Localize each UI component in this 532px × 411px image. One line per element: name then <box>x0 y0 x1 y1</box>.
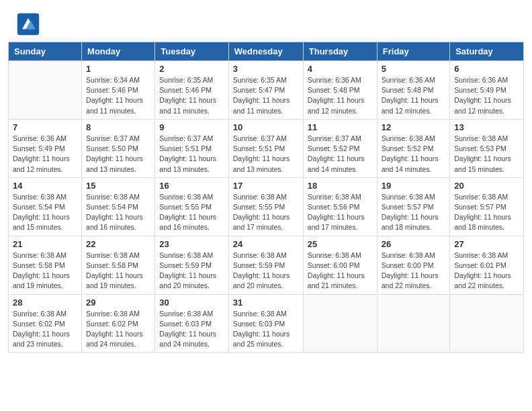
calendar-cell: 28Sunrise: 6:38 AMSunset: 6:02 PMDayligh… <box>9 294 82 353</box>
calendar-cell <box>9 61 82 120</box>
calendar-cell: 23Sunrise: 6:38 AMSunset: 5:59 PMDayligh… <box>155 236 228 294</box>
day-number: 1 <box>86 64 150 74</box>
day-info: Sunrise: 6:38 AMSunset: 6:02 PMDaylight:… <box>86 309 150 350</box>
day-number: 2 <box>159 64 224 74</box>
logo-icon <box>16 12 40 36</box>
day-info: Sunrise: 6:38 AMSunset: 6:03 PMDaylight:… <box>233 309 299 350</box>
calendar-cell: 9Sunrise: 6:37 AMSunset: 5:51 PMDaylight… <box>155 119 228 177</box>
day-info: Sunrise: 6:37 AMSunset: 5:52 PMDaylight:… <box>308 134 373 175</box>
calendar-cell: 31Sunrise: 6:38 AMSunset: 6:03 PMDayligh… <box>228 294 303 353</box>
calendar-cell: 10Sunrise: 6:37 AMSunset: 5:51 PMDayligh… <box>228 119 303 177</box>
calendar-cell: 4Sunrise: 6:36 AMSunset: 5:48 PMDaylight… <box>303 61 377 120</box>
day-number: 17 <box>233 181 299 191</box>
calendar-cell: 22Sunrise: 6:38 AMSunset: 5:58 PMDayligh… <box>82 236 155 294</box>
day-number: 11 <box>308 122 373 132</box>
day-number: 19 <box>382 181 445 191</box>
calendar-cell: 20Sunrise: 6:38 AMSunset: 5:57 PMDayligh… <box>450 177 524 236</box>
day-info: Sunrise: 6:36 AMSunset: 5:48 PMDaylight:… <box>308 75 373 116</box>
calendar-cell: 29Sunrise: 6:38 AMSunset: 6:02 PMDayligh… <box>82 294 155 353</box>
day-info: Sunrise: 6:35 AMSunset: 5:46 PMDaylight:… <box>159 75 224 116</box>
calendar-week-row: 21Sunrise: 6:38 AMSunset: 5:58 PMDayligh… <box>9 236 524 294</box>
day-info: Sunrise: 6:38 AMSunset: 5:59 PMDaylight:… <box>233 250 299 291</box>
calendar-week-row: 7Sunrise: 6:36 AMSunset: 5:49 PMDaylight… <box>9 119 524 177</box>
day-info: Sunrise: 6:36 AMSunset: 5:49 PMDaylight:… <box>454 75 519 116</box>
weekday-header: Monday <box>82 42 155 61</box>
day-number: 28 <box>13 298 77 308</box>
weekday-header: Saturday <box>450 42 524 61</box>
day-info: Sunrise: 6:36 AMSunset: 5:48 PMDaylight:… <box>382 75 445 116</box>
day-info: Sunrise: 6:38 AMSunset: 5:59 PMDaylight:… <box>159 250 224 291</box>
logo <box>16 12 43 36</box>
calendar-wrapper: SundayMondayTuesdayWednesdayThursdayFrid… <box>0 42 532 361</box>
day-number: 13 <box>454 122 519 132</box>
calendar-cell: 19Sunrise: 6:38 AMSunset: 5:57 PMDayligh… <box>377 177 449 236</box>
weekday-header: Thursday <box>303 42 377 61</box>
day-number: 16 <box>159 181 224 191</box>
day-info: Sunrise: 6:38 AMSunset: 6:02 PMDaylight:… <box>13 309 77 350</box>
day-info: Sunrise: 6:38 AMSunset: 5:55 PMDaylight:… <box>159 192 224 233</box>
day-number: 25 <box>308 239 373 249</box>
day-number: 29 <box>86 298 150 308</box>
day-number: 24 <box>233 239 299 249</box>
day-number: 23 <box>159 239 224 249</box>
day-info: Sunrise: 6:38 AMSunset: 5:53 PMDaylight:… <box>454 134 519 175</box>
day-info: Sunrise: 6:37 AMSunset: 5:50 PMDaylight:… <box>86 134 150 175</box>
day-info: Sunrise: 6:34 AMSunset: 5:46 PMDaylight:… <box>86 75 150 116</box>
calendar-cell: 7Sunrise: 6:36 AMSunset: 5:49 PMDaylight… <box>9 119 82 177</box>
day-info: Sunrise: 6:36 AMSunset: 5:49 PMDaylight:… <box>13 134 77 175</box>
calendar-cell: 21Sunrise: 6:38 AMSunset: 5:58 PMDayligh… <box>9 236 82 294</box>
day-info: Sunrise: 6:38 AMSunset: 5:57 PMDaylight:… <box>454 192 519 233</box>
weekday-header-row: SundayMondayTuesdayWednesdayThursdayFrid… <box>9 42 524 61</box>
day-number: 3 <box>233 64 299 74</box>
calendar-cell: 17Sunrise: 6:38 AMSunset: 5:55 PMDayligh… <box>228 177 303 236</box>
day-number: 31 <box>233 298 299 308</box>
weekday-header: Sunday <box>9 42 82 61</box>
day-number: 18 <box>308 181 373 191</box>
day-info: Sunrise: 6:38 AMSunset: 5:55 PMDaylight:… <box>233 192 299 233</box>
calendar-cell <box>450 294 524 353</box>
day-number: 9 <box>159 122 224 132</box>
day-number: 22 <box>86 239 150 249</box>
day-info: Sunrise: 6:38 AMSunset: 5:54 PMDaylight:… <box>13 192 77 233</box>
day-number: 8 <box>86 122 150 132</box>
day-info: Sunrise: 6:37 AMSunset: 5:51 PMDaylight:… <box>159 134 224 175</box>
day-number: 26 <box>382 239 445 249</box>
day-info: Sunrise: 6:38 AMSunset: 5:54 PMDaylight:… <box>86 192 150 233</box>
day-number: 7 <box>13 122 77 132</box>
calendar-cell: 5Sunrise: 6:36 AMSunset: 5:48 PMDaylight… <box>377 61 449 120</box>
day-info: Sunrise: 6:38 AMSunset: 6:01 PMDaylight:… <box>454 250 519 291</box>
calendar-cell: 25Sunrise: 6:38 AMSunset: 6:00 PMDayligh… <box>303 236 377 294</box>
day-number: 30 <box>159 298 224 308</box>
calendar-cell: 11Sunrise: 6:37 AMSunset: 5:52 PMDayligh… <box>303 119 377 177</box>
calendar-cell: 6Sunrise: 6:36 AMSunset: 5:49 PMDaylight… <box>450 61 524 120</box>
calendar-cell: 12Sunrise: 6:38 AMSunset: 5:52 PMDayligh… <box>377 119 449 177</box>
calendar-week-row: 28Sunrise: 6:38 AMSunset: 6:02 PMDayligh… <box>9 294 524 353</box>
day-info: Sunrise: 6:38 AMSunset: 5:52 PMDaylight:… <box>382 134 445 175</box>
day-number: 12 <box>382 122 445 132</box>
day-info: Sunrise: 6:38 AMSunset: 6:00 PMDaylight:… <box>308 250 373 291</box>
day-number: 6 <box>454 64 519 74</box>
weekday-header: Friday <box>377 42 449 61</box>
calendar-cell: 26Sunrise: 6:38 AMSunset: 6:00 PMDayligh… <box>377 236 449 294</box>
calendar-cell: 15Sunrise: 6:38 AMSunset: 5:54 PMDayligh… <box>82 177 155 236</box>
calendar-cell: 30Sunrise: 6:38 AMSunset: 6:03 PMDayligh… <box>155 294 228 353</box>
page-header <box>0 0 532 42</box>
day-info: Sunrise: 6:38 AMSunset: 5:58 PMDaylight:… <box>86 250 150 291</box>
day-info: Sunrise: 6:35 AMSunset: 5:47 PMDaylight:… <box>233 75 299 116</box>
calendar-cell: 24Sunrise: 6:38 AMSunset: 5:59 PMDayligh… <box>228 236 303 294</box>
calendar-cell: 13Sunrise: 6:38 AMSunset: 5:53 PMDayligh… <box>450 119 524 177</box>
day-info: Sunrise: 6:37 AMSunset: 5:51 PMDaylight:… <box>233 134 299 175</box>
calendar-cell: 3Sunrise: 6:35 AMSunset: 5:47 PMDaylight… <box>228 61 303 120</box>
day-number: 4 <box>308 64 373 74</box>
calendar-table: SundayMondayTuesdayWednesdayThursdayFrid… <box>8 42 524 353</box>
calendar-cell <box>303 294 377 353</box>
calendar-cell: 14Sunrise: 6:38 AMSunset: 5:54 PMDayligh… <box>9 177 82 236</box>
calendar-week-row: 14Sunrise: 6:38 AMSunset: 5:54 PMDayligh… <box>9 177 524 236</box>
day-number: 21 <box>13 239 77 249</box>
weekday-header: Wednesday <box>228 42 303 61</box>
weekday-header: Tuesday <box>155 42 228 61</box>
day-number: 10 <box>233 122 299 132</box>
calendar-cell <box>377 294 449 353</box>
day-info: Sunrise: 6:38 AMSunset: 6:03 PMDaylight:… <box>159 309 224 350</box>
calendar-week-row: 1Sunrise: 6:34 AMSunset: 5:46 PMDaylight… <box>9 61 524 120</box>
